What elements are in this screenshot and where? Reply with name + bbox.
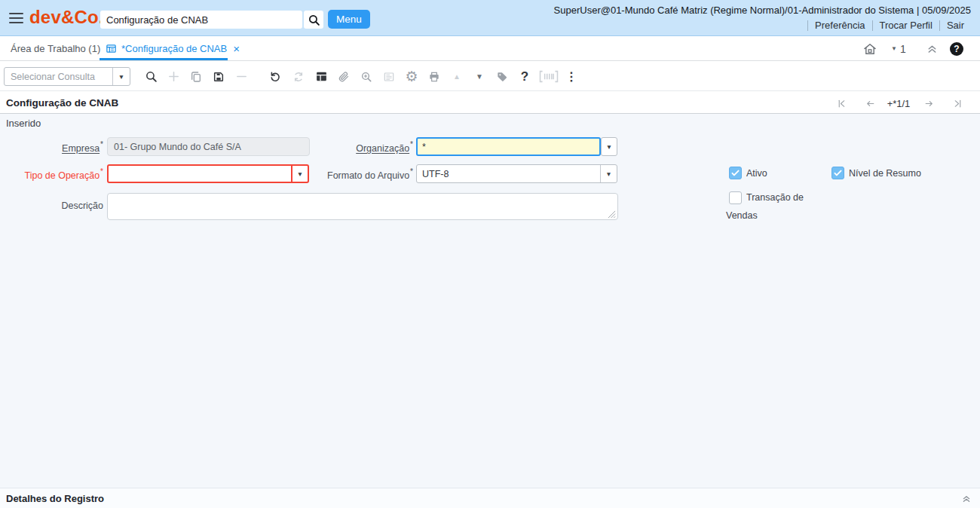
tab-configuracao-de-cnab[interactable]: *Configuração de CNAB × <box>106 37 240 60</box>
detail-pane-title: Detalhes do Registro <box>6 493 104 504</box>
arrow-left-icon <box>865 99 875 109</box>
chevron-down-icon[interactable]: ▼ <box>113 73 130 81</box>
search-button[interactable] <box>304 11 323 29</box>
app-logo: dev&Co. <box>29 7 104 28</box>
record-counter: +*1/1 <box>880 98 917 109</box>
home-icon <box>862 41 877 57</box>
organizacao-field[interactable] <box>416 137 601 156</box>
search-icon <box>308 14 320 26</box>
print-button[interactable] <box>424 66 444 87</box>
nivel-de-resumo-checkbox-row[interactable]: Nível de Resumo <box>831 167 921 179</box>
copy-record-button[interactable] <box>186 66 206 87</box>
last-record-button[interactable] <box>951 97 963 109</box>
formato-do-arquivo-field[interactable] <box>417 169 600 179</box>
printer-icon <box>428 71 440 83</box>
descricao-field[interactable] <box>107 193 618 220</box>
query-selector: ▼ <box>4 67 130 86</box>
parent-record-button[interactable]: ▲ <box>447 66 467 87</box>
caret-down-icon: ▼ <box>605 170 611 178</box>
grid-icon <box>315 70 328 83</box>
expand-detail-button[interactable] <box>960 492 972 506</box>
tag-icon <box>496 71 508 83</box>
last-record-icon <box>953 99 963 109</box>
formato-do-arquivo-combo: ▼ <box>416 164 617 183</box>
nivel-de-resumo-checkbox[interactable] <box>831 167 844 179</box>
search-icon <box>145 70 158 83</box>
caret-down-icon: ▼ <box>606 143 612 151</box>
menu-button[interactable]: Menu <box>328 10 370 29</box>
close-icon[interactable]: × <box>233 43 240 54</box>
first-record-button[interactable] <box>835 97 847 109</box>
app-header: dev&Co. Menu SuperUser@01-Mundo Café Mat… <box>0 0 980 36</box>
query-select-input[interactable] <box>5 72 112 82</box>
ativo-label: Ativo <box>746 168 767 179</box>
chevron-down-icon: ▼ <box>891 45 897 52</box>
open-windows-count: 1 <box>900 43 906 55</box>
detail-record-button[interactable]: ▼ <box>470 66 489 87</box>
previous-record-button[interactable] <box>864 97 876 109</box>
help-button[interactable]: ? <box>950 37 963 60</box>
detail-pane-header[interactable]: Detalhes do Registro <box>0 488 980 508</box>
window-title: Configuração de CNAB <box>6 97 118 109</box>
overflow-menu-button[interactable]: ⋮ <box>562 66 581 87</box>
process-button[interactable]: ⚙ <box>402 66 421 87</box>
tab-label: *Configuração de CNAB <box>121 43 227 54</box>
check-icon <box>833 168 843 178</box>
undo-button[interactable] <box>265 66 285 87</box>
trocar-perfil-link[interactable]: Trocar Perfil <box>873 20 939 31</box>
paperclip-icon <box>338 71 350 83</box>
double-chevron-up-icon <box>926 42 939 55</box>
preferencia-link[interactable]: Preferência <box>808 20 871 31</box>
required-marker: * <box>100 140 103 148</box>
zoom-across-button[interactable] <box>357 66 376 87</box>
transacao-de-vendas-checkbox[interactable] <box>729 191 742 204</box>
formato-do-arquivo-label: Formato do Arquivo* <box>302 168 413 181</box>
help-toolbar-button[interactable]: ? <box>515 66 534 87</box>
ativo-checkbox-row[interactable]: Ativo <box>729 167 767 179</box>
application-window: dev&Co. Menu SuperUser@01-Mundo Café Mat… <box>0 0 980 508</box>
new-record-button[interactable] <box>164 66 183 87</box>
next-record-button[interactable] <box>923 97 935 109</box>
nivel-de-resumo-label: Nível de Resumo <box>849 168 921 179</box>
required-marker: * <box>410 167 413 176</box>
delete-record-button[interactable] <box>231 66 251 87</box>
formato-do-arquivo-dropdown-button[interactable]: ▼ <box>601 170 617 178</box>
tipo-de-operacao-label: Tipo de Operação* <box>0 168 103 181</box>
ativo-checkbox[interactable] <box>729 167 742 179</box>
check-icon <box>730 168 740 178</box>
sair-link[interactable]: Sair <box>940 20 971 31</box>
required-marker: * <box>100 167 103 176</box>
report-icon <box>383 71 395 83</box>
tab-bar: Área de Trabalho (1) *Configuração de CN… <box>0 37 980 61</box>
descricao-label: Descrição <box>0 200 103 211</box>
organizacao-dropdown-button[interactable]: ▼ <box>601 137 617 156</box>
tipo-de-operacao-field[interactable] <box>107 164 292 183</box>
find-button[interactable] <box>141 66 161 87</box>
first-record-icon <box>837 99 847 109</box>
transacao-de-vendas-checkbox-row[interactable]: Transação de Vendas <box>726 188 809 225</box>
save-icon <box>213 71 225 83</box>
attachment-button[interactable] <box>334 66 354 87</box>
global-search-input[interactable] <box>100 11 302 29</box>
save-button[interactable] <box>209 66 228 87</box>
kebab-menu-icon: ⋮ <box>565 71 577 83</box>
hamburger-menu-icon[interactable] <box>9 13 24 23</box>
session-links: Preferência Trocar Perfil Sair <box>807 20 971 31</box>
open-windows-selector[interactable]: ▼ 1 <box>891 37 906 60</box>
minus-icon <box>235 70 248 83</box>
record-header: Configuração de CNAB +*1/1 <box>0 91 980 114</box>
collapse-all-button[interactable] <box>926 37 939 60</box>
barcode-scanner-button[interactable] <box>537 66 561 87</box>
undo-icon <box>269 70 282 83</box>
label-button[interactable] <box>492 66 512 87</box>
refresh-button[interactable] <box>289 66 308 87</box>
user-session-info: SuperUser@01-Mundo Café Matriz (Regime N… <box>554 5 971 16</box>
home-button[interactable] <box>862 37 877 60</box>
question-icon: ? <box>521 70 528 83</box>
grid-toggle-button[interactable] <box>311 66 331 87</box>
empresa-field <box>107 137 310 156</box>
organizacao-label: Organização* <box>302 141 413 154</box>
report-button[interactable] <box>379 66 399 87</box>
tab-area-de-trabalho[interactable]: Área de Trabalho (1) <box>11 37 100 60</box>
arrow-right-icon <box>924 99 934 109</box>
